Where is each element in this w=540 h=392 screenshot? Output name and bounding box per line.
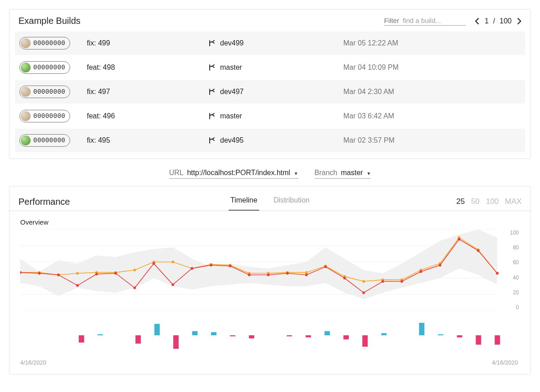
svg-point-45 [267,274,270,276]
commit-message: fix: 497 [87,88,208,96]
svg-point-52 [400,280,403,283]
svg-point-51 [382,280,384,283]
commit-hash: 00000000 [33,40,65,47]
svg-point-50 [362,291,365,294]
filter-field[interactable]: Filter [384,17,466,26]
build-time: Mar 05 12:22 AM [343,39,521,47]
svg-point-38 [133,287,136,289]
svg-rect-63 [192,331,198,335]
date-axis: 4/16/2020 4/16/2020 [9,355,531,374]
diff-chart [9,314,531,355]
svg-point-57 [496,272,499,275]
overview-label: Overview [9,211,531,230]
url-selector-value: http://localhost:PORT/index.html [187,169,290,177]
table-row[interactable]: 00000000feat: 498masterMar 04 10:09 PM [15,56,525,79]
filter-input[interactable] [403,17,466,24]
branch-icon [208,137,216,144]
range-option-50[interactable]: 50 [471,197,480,206]
svg-point-37 [114,272,117,275]
build-time: Mar 03 6:42 AM [343,112,521,120]
avatar [21,63,31,72]
tab-timeline[interactable]: Timeline [229,193,259,211]
commit-hash-pill[interactable]: 00000000 [19,134,70,147]
branch-cell: master [208,63,343,72]
svg-rect-67 [287,335,292,336]
svg-rect-59 [98,334,103,335]
svg-point-42 [210,264,212,266]
branch-cell: dev497 [208,88,343,96]
avatar [21,87,31,97]
svg-point-49 [343,277,346,279]
svg-point-40 [171,283,174,286]
avatar [21,111,31,121]
range-option-100[interactable]: 100 [486,197,499,206]
selectors-row: URL http://localhost:PORT/index.html ▼ B… [9,167,531,186]
y-tick: 0 [510,304,519,311]
svg-rect-62 [173,335,179,349]
overview-chart: 100806040200 [9,230,531,314]
branch-icon [208,64,216,71]
range-option-25[interactable]: 25 [456,197,465,206]
url-selector-label: URL [169,169,184,177]
table-row[interactable]: 00000000feat: 496masterMar 03 6:42 AM [15,104,525,128]
svg-rect-75 [457,335,462,338]
pager-sep: / [493,17,495,25]
commit-message: feat: 498 [87,63,208,72]
performance-title: Performance [18,197,229,207]
svg-rect-77 [495,335,500,345]
svg-rect-60 [135,335,141,343]
svg-point-46 [286,272,289,275]
commit-hash-pill[interactable]: 00000000 [19,61,70,74]
commit-hash-pill[interactable]: 00000000 [19,86,70,98]
branch-selector-value: master [341,169,363,177]
svg-point-14 [171,261,174,263]
tab-distribution[interactable]: Distribution [272,193,311,211]
branch-selector[interactable]: Branch master ▼ [315,169,371,179]
svg-point-24 [362,280,365,283]
y-tick: 60 [510,259,519,266]
y-tick: 40 [510,275,519,281]
branch-icon [208,40,216,47]
pager-current: 1 [485,17,489,25]
table-row[interactable]: 00000000fix: 499dev499Mar 05 12:22 AM [15,32,525,55]
builds-list: 00000000fix: 499dev499Mar 05 12:22 AM000… [9,32,531,158]
svg-point-12 [133,269,136,271]
y-tick: 80 [510,244,519,251]
build-time: Mar 02 3:57 PM [343,136,521,144]
range-selector: 2550100MAX [456,197,522,206]
commit-message: feat: 496 [87,112,208,120]
y-tick: 100 [510,230,519,236]
svg-point-36 [95,273,98,275]
table-row[interactable]: 00000000fix: 495dev495Mar 02 3:57 PM [15,129,525,152]
pager: 1 / 100 [475,17,522,25]
table-row[interactable]: 00000000fix: 497dev497Mar 04 2:30 AM [15,80,525,104]
commit-hash-pill[interactable]: 00000000 [19,110,70,122]
svg-rect-71 [362,335,368,347]
pager-prev-icon[interactable] [475,18,480,24]
branch-name: master [220,112,242,120]
range-option-max[interactable]: MAX [505,197,522,206]
builds-controls: Filter 1 / 100 [384,17,522,26]
svg-rect-76 [476,335,481,345]
filter-label: Filter [384,17,399,24]
branch-name: dev495 [220,136,244,144]
example-builds-card: Example Builds Filter 1 / 100 00000000fi… [9,9,531,159]
branch-cell: dev495 [208,136,343,144]
url-selector[interactable]: URL http://localhost:PORT/index.html ▼ [169,169,298,179]
pager-next-icon[interactable] [516,18,522,24]
commit-hash-pill[interactable]: 00000000 [19,37,70,50]
commit-hash: 00000000 [33,64,65,71]
svg-rect-58 [79,335,84,342]
branch-selector-label: Branch [315,169,338,177]
branch-name: dev497 [220,88,244,96]
svg-rect-73 [419,323,424,335]
commit-hash: 00000000 [33,88,65,95]
commit-message: fix: 495 [87,136,208,144]
svg-rect-72 [381,333,387,335]
performance-card: Performance Timeline Distribution 255010… [9,186,531,374]
svg-point-35 [76,284,79,287]
commit-hash: 00000000 [33,137,65,144]
branch-name: master [220,63,242,72]
svg-point-39 [153,262,155,265]
branch-cell: master [208,112,343,120]
